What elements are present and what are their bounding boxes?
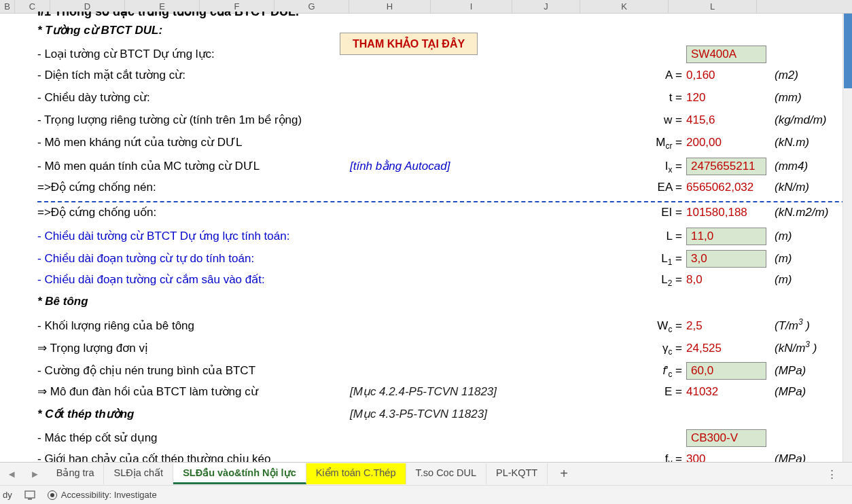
row-symbol: f'c = [622, 364, 686, 379]
row-symbol: w = [622, 113, 686, 127]
sheet-tab[interactable]: Bảng tra [47, 463, 105, 484]
sheet-tab[interactable]: SLĐầu vào&tính Nội lực [173, 463, 306, 484]
row-symbol: L2 = [622, 273, 686, 288]
row-symbol: EA = [622, 181, 686, 194]
row-value[interactable]: CB300-V [686, 429, 775, 447]
data-row: - Cường độ chịu nén trung bình của BTCTf… [37, 362, 852, 384]
col-header-B[interactable]: B [0, 0, 15, 13]
input-cell[interactable]: 2475655211 [686, 158, 766, 175]
row-label: - Chiều dày tường cừ: [37, 90, 350, 105]
row-unit: (kN/m) [775, 181, 852, 194]
row-value: 41032 [686, 385, 775, 399]
col-header-I[interactable]: I [431, 0, 512, 13]
row-unit: (kN.m2/m) [775, 206, 852, 219]
col-header-J[interactable]: J [512, 0, 580, 13]
row-unit: (m) [775, 252, 852, 266]
section-header-cut: I/1 Thông số đặc trưng tương của BTCT DU… [37, 12, 299, 20]
display-settings-icon[interactable] [24, 490, 35, 500]
data-row: ⇒ Mô đun đàn hồi của BTCT làm tường cừ[M… [37, 384, 852, 407]
vertical-scrollbar[interactable] [842, 14, 852, 462]
row-label: - Trọng lượng riêng tường cừ (tính trên … [37, 113, 350, 127]
row-unit: (mm) [775, 91, 852, 105]
row-value: 101580,188 [686, 206, 775, 219]
row-label: =>Độ cứng chống uốn: [37, 205, 350, 219]
data-row: - Mác thép cốt sử dụngCB300-V [37, 429, 852, 452]
status-ready: dy [3, 490, 12, 500]
row-value[interactable]: 11,0 [686, 228, 775, 245]
row-note: [tính bằng Autocad] [350, 159, 622, 173]
sheet-tab[interactable]: Kiểm toán C.Thép [306, 463, 406, 484]
input-cell[interactable]: 11,0 [686, 228, 766, 245]
row-symbol: t = [622, 91, 686, 105]
tab-nav-next-icon[interactable]: ► [23, 469, 46, 480]
new-sheet-button[interactable]: + [548, 466, 580, 482]
row-symbol: E = [622, 385, 686, 399]
row-note: [Mục 4.2.4-P5-TCVN 11823] [350, 384, 622, 399]
row-value: 2,5 [686, 319, 775, 333]
section-title-1: * Tường cừ BTCT DUL: [37, 23, 350, 37]
data-row: - Mô men kháng nứt của tường cừ DƯLMcr =… [37, 135, 852, 158]
row-label: ⇒ Trọng lượng đơn vị [37, 341, 350, 355]
row-label: - Chiều dài đoạn tường cừ cắm sâu vào đấ… [37, 272, 350, 287]
row-unit: (kN/m3 ) [775, 340, 852, 355]
row-symbol: Wc = [622, 319, 686, 334]
row-label: - Loại tường cừ BTCT Dự ứng lực: [37, 47, 350, 61]
row-unit: (m2) [775, 69, 852, 82]
section-title-3: * Cốt thép thường [37, 407, 350, 421]
col-header-K[interactable]: K [580, 0, 669, 13]
data-row: - Chiều dày tường cừ:t =120(mm) [37, 90, 852, 113]
row-symbol: EI = [622, 206, 686, 219]
row-value[interactable]: 3,0 [686, 250, 775, 268]
row-label: ⇒ Mô đun đàn hồi của BTCT làm tường cừ [37, 384, 350, 399]
tab-nav-prev-icon[interactable]: ◄ [0, 469, 23, 480]
input-cell[interactable]: CB300-V [686, 429, 766, 447]
data-row: - Diện tích mặt cắt tường cừ:A =0,160(m2… [37, 68, 852, 90]
data-row: ⇒ Trọng lượng đơn vịγc =24,525(kN/m3 ) [37, 340, 852, 362]
accessibility-icon [48, 490, 57, 500]
row-value: 6565062,032 [686, 181, 775, 194]
scroll-thumb[interactable] [844, 14, 852, 88]
row-label: - Mác thép cốt sử dụng [37, 431, 350, 445]
data-row: - Chiều dài tường cừ BTCT Dự ứng lực tín… [37, 228, 852, 250]
data-row: - Chiều dài đoạn tường cừ cắm sâu vào đấ… [37, 272, 852, 295]
input-cell[interactable]: 60,0 [686, 362, 766, 380]
row-value[interactable]: 2475655211 [686, 158, 775, 175]
row-unit: (MPa) [775, 385, 852, 399]
data-row: - Loại tường cừ BTCT Dự ứng lực:SW400A [37, 46, 852, 68]
row-label: - Mô men quán tính của MC tường cừ DƯL [37, 159, 350, 173]
svg-rect-0 [25, 491, 35, 498]
row-label: - Chiều dài đoạn tường cừ tự do tính toá… [37, 251, 350, 266]
row-label: - Mô men kháng nứt của tường cừ DƯL [37, 135, 350, 149]
sheet-tab-bar: ◄ ► Bảng traSLĐịa chấtSLĐầu vào&tính Nội… [0, 462, 852, 485]
row-value[interactable]: SW400A [686, 46, 775, 63]
row-symbol: A = [622, 69, 686, 82]
accessibility-status[interactable]: Accessibility: Investigate [48, 490, 157, 500]
row-symbol: Mcr = [622, 136, 686, 151]
input-cell[interactable]: 3,0 [686, 250, 766, 268]
data-row: - Khối lượng riêng của bê tôngWc =2,5(T/… [37, 317, 852, 340]
data-row: - Trọng lượng riêng tường cừ (tính trên … [37, 113, 852, 135]
status-bar: dy Accessibility: Investigate [0, 485, 852, 504]
row-label: =>Độ cứng chống nén: [37, 180, 350, 194]
row-symbol: γc = [622, 342, 686, 357]
row-symbol: Ix = [622, 160, 686, 175]
row-value: 0,160 [686, 69, 775, 82]
svg-rect-1 [28, 499, 32, 500]
sheet-tab[interactable]: PL-KQTT [486, 463, 548, 484]
input-cell[interactable]: SW400A [686, 46, 766, 63]
data-row: =>Độ cứng chống nén:EA =6565062,032(kN/m… [37, 180, 852, 202]
col-header-H[interactable]: H [349, 0, 431, 13]
row-value: 120 [686, 91, 775, 105]
col-header-L[interactable]: L [669, 0, 757, 13]
dashed-separator [37, 201, 852, 202]
row-symbol: L = [622, 230, 686, 243]
row-value[interactable]: 60,0 [686, 362, 775, 380]
tab-menu-icon[interactable]: ⋮ [813, 469, 852, 480]
row-label: - Khối lượng riêng của bê tông [37, 319, 350, 333]
worksheet-content: I/1 Thông số đặc trưng tương của BTCT DU… [0, 14, 852, 465]
accessibility-label: Accessibility: Investigate [61, 490, 157, 500]
sheet-tab[interactable]: T.so Coc DUL [406, 463, 486, 484]
row-symbol: L1 = [622, 252, 686, 267]
row-unit: (T/m3 ) [775, 317, 852, 333]
sheet-tab[interactable]: SLĐịa chất [104, 463, 173, 484]
